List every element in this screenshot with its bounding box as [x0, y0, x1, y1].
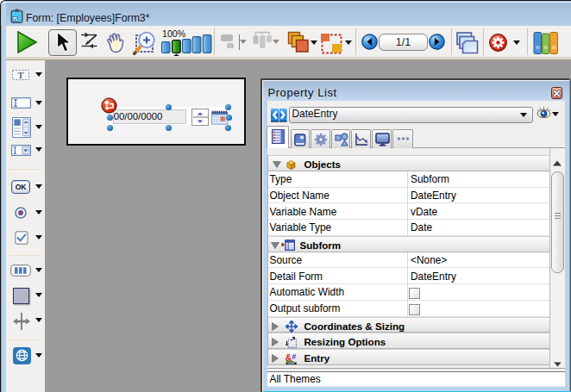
svg-text:&: &	[286, 352, 292, 363]
svg-text:#: #	[292, 352, 296, 361]
svg-text:T: T	[17, 71, 23, 80]
